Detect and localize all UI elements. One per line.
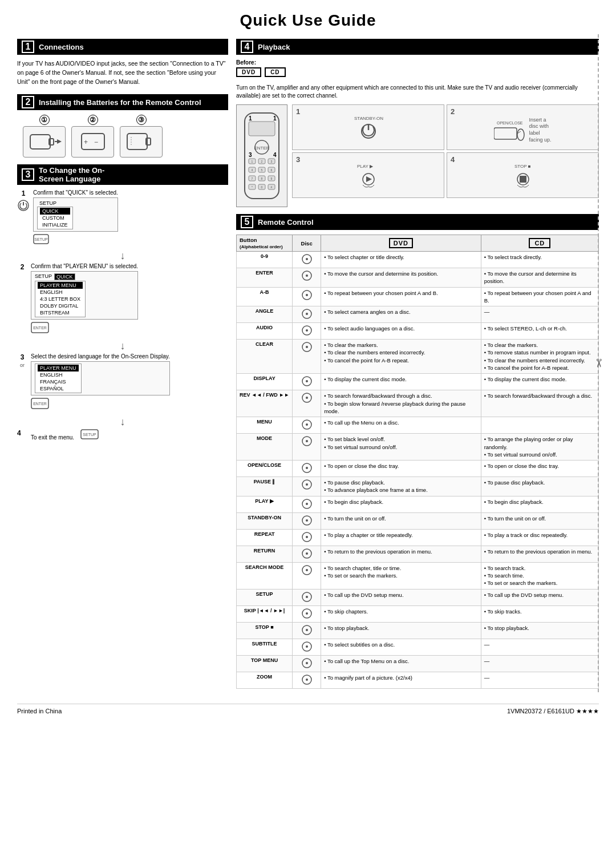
svg-point-78 <box>306 380 308 382</box>
rc-cd-text: • To call up the DVD setup menu. <box>481 589 598 605</box>
svg-text:ENTER: ENTER <box>33 402 47 406</box>
rc-dvd-text: • To pause disc playback.• To advance pl… <box>321 477 481 496</box>
lang-step-1: 1 Confirm that "QUICK" is selected. SETU… <box>17 189 228 244</box>
rc-button-name: STOP ■ <box>237 622 293 639</box>
section-connections: 1 Connections If your TV has AUDIO/VIDEO… <box>17 39 228 86</box>
playback-title: Playback <box>258 43 290 51</box>
svg-text:1: 1 <box>273 115 277 122</box>
svg-rect-55 <box>494 128 517 139</box>
table-row: ANGLE• To select camera angles on a disc… <box>237 306 599 323</box>
table-row: RETURN• To return to the previous operat… <box>237 546 599 562</box>
col-cd: CD <box>481 235 598 252</box>
svg-point-108 <box>306 662 308 664</box>
rc-disc-icon <box>293 461 321 477</box>
svg-text:2: 2 <box>261 160 263 163</box>
svg-text:1: 1 <box>249 115 252 122</box>
rc-disc-icon <box>293 562 321 589</box>
lang-step-1-text: Confirm that "QUICK" is selected. <box>33 189 118 196</box>
rc-button-name: DISPLAY <box>237 374 293 390</box>
rc-disc-icon <box>293 287 321 306</box>
rc-cd-text: • To stop playback. <box>481 622 598 639</box>
playback-num: 4 <box>241 41 253 53</box>
dvd-cd-badges: DVD CD <box>236 67 286 77</box>
table-row: MODE• To set black level on/off.• To set… <box>237 434 599 461</box>
svg-text:OPEN/CLOSE: OPEN/CLOSE <box>497 121 523 125</box>
svg-text:SETUP: SETUP <box>34 237 48 241</box>
rc-dvd-text: • To open or close the disc tray. <box>321 461 481 477</box>
arrow-down-1: ↓ <box>17 250 228 262</box>
table-row: ENTER• To move the cursor and determine … <box>237 268 599 288</box>
batteries-num: 2 <box>22 96 34 108</box>
svg-point-72 <box>306 313 308 315</box>
svg-text:1: 1 <box>252 160 253 163</box>
rc-cd-text: • To search track.• To search time.• To … <box>481 562 598 589</box>
rc-cd-text: • To clear the markers.• To remove statu… <box>481 340 598 374</box>
rc-dvd-text: • To select subtitles on a disc. <box>321 639 481 655</box>
svg-point-88 <box>306 483 308 486</box>
rc-disc-icon <box>293 605 321 622</box>
playback-step-1: 1 STANDBY-ON <box>292 104 444 150</box>
playback-before: Before: DVD CD Turn on the TV, amplifier… <box>236 59 599 100</box>
svg-point-110 <box>306 679 308 681</box>
rc-disc-icon <box>293 252 321 268</box>
rc-disc-icon <box>293 639 321 655</box>
svg-text:#: # <box>271 185 273 189</box>
svg-point-92 <box>306 519 308 522</box>
table-row: SUBTITLE• To select subtitles on a disc.… <box>237 639 599 655</box>
svg-text:4: 4 <box>252 168 253 172</box>
rc-cd-text: — <box>481 672 598 688</box>
table-row: REPEAT• To play a chapter or title repea… <box>237 529 599 546</box>
rc-button-name: PAUSE ‖ <box>237 477 293 496</box>
svg-point-66 <box>306 258 308 260</box>
rc-button-name: CLEAR <box>237 340 293 374</box>
rc-button-name: MODE <box>237 434 293 461</box>
rc-button-name: PLAY ▶ <box>237 496 293 512</box>
rc-cd-text: — <box>481 306 598 323</box>
svg-text:STANDBY-ON: STANDBY-ON <box>354 116 383 121</box>
rc-dvd-text: • To move the cursor and determine its p… <box>321 268 481 288</box>
rc-dvd-text: • To call up the Menu on a disc. <box>321 417 481 434</box>
rc-disc-icon <box>293 417 321 434</box>
rc-disc-icon <box>293 323 321 340</box>
rc-disc-icon <box>293 268 321 288</box>
rc-dvd-text: • To select chapter or title directly. <box>321 252 481 268</box>
rc-button-name: ANGLE <box>237 306 293 323</box>
svg-rect-64 <box>520 176 526 183</box>
footer-right: 1VMN20372 / E6161UD ★★★★ <box>507 708 599 715</box>
section-remote: 5 Remote Control Button(Alphabetical ord… <box>236 214 599 689</box>
footer-left: Printed in China <box>17 708 62 715</box>
rc-disc-icon <box>293 340 321 374</box>
batteries-header: 2 Installing the Batteries for the Remot… <box>17 94 228 110</box>
svg-text:8: 8 <box>261 177 263 180</box>
col-button: Button(Alphabetical order) <box>237 235 293 252</box>
rc-disc-icon <box>293 655 321 672</box>
svg-text:ENTER: ENTER <box>33 326 47 330</box>
rc-dvd-text: • To play a chapter or title repeatedly. <box>321 529 481 546</box>
rc-dvd-text: • To begin disc playback. <box>321 496 481 512</box>
table-row: STOP ■• To stop playback.• To stop playb… <box>237 622 599 639</box>
col-dvd: DVD <box>321 235 481 252</box>
lang-step-4-text: To exit the menu. <box>31 434 74 441</box>
lang-step-3: 3 or Select the desired language for the… <box>17 353 228 410</box>
playback-step-4: 4 STOP ■ <box>447 152 599 198</box>
rc-dvd-text: • To stop playback. <box>321 622 481 639</box>
rc-cd-text: • To turn the unit on or off. <box>481 512 598 529</box>
svg-text:ENTER: ENTER <box>254 146 269 151</box>
svg-point-82 <box>306 423 308 426</box>
rc-cd-text: • To pause disc playback. <box>481 477 598 496</box>
rc-disc-icon <box>293 672 321 688</box>
svg-point-94 <box>306 536 308 538</box>
svg-point-96 <box>306 552 308 555</box>
rc-disc-icon <box>293 306 321 323</box>
rc-button-name: MENU <box>237 417 293 434</box>
rc-dvd-text: • To display the current disc mode. <box>321 374 481 390</box>
remote-num: 5 <box>241 216 253 228</box>
rc-cd-text: • To open or close the disc tray. <box>481 461 598 477</box>
table-row: MENU• To call up the Menu on a disc. <box>237 417 599 434</box>
rc-cd-text <box>481 417 598 434</box>
footer: Printed in China 1VMN20372 / E6161UD ★★★… <box>17 704 599 715</box>
cd-badge: CD <box>265 67 285 77</box>
table-row: DISPLAY• To display the current disc mod… <box>237 374 599 390</box>
rc-dvd-text: • To select audio languages on a disc. <box>321 323 481 340</box>
dvd-badge: DVD <box>236 67 261 77</box>
